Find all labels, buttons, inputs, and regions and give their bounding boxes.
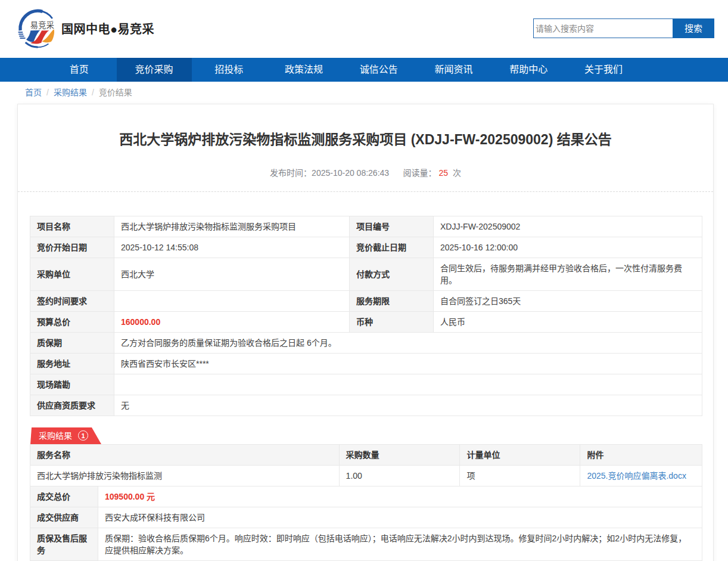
svg-text:易竞采: 易竞采 [30, 20, 54, 30]
